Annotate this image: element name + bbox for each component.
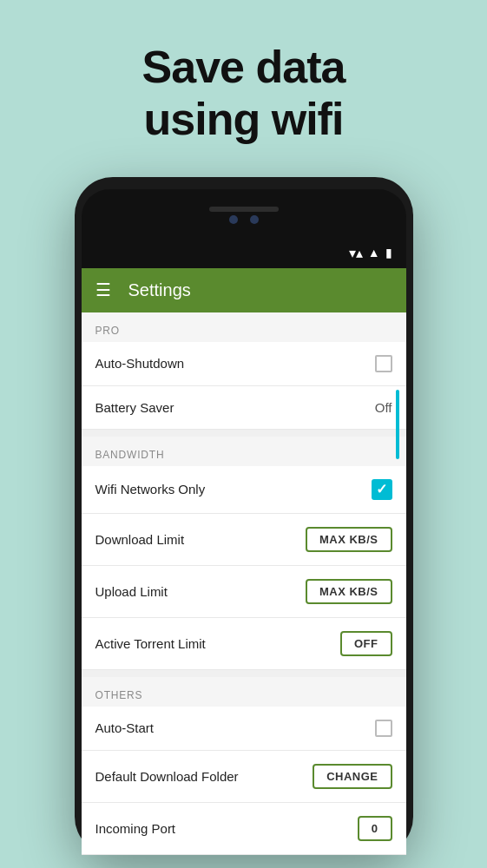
hamburger-icon[interactable]: ☰	[95, 281, 111, 299]
active-torrent-button[interactable]: OFF	[340, 631, 392, 656]
checkbox-auto-shutdown[interactable]	[375, 355, 392, 372]
upload-limit-button[interactable]: MAX KB/S	[306, 579, 392, 604]
setting-label-wifi-only: Wifi Networks Only	[95, 482, 206, 496]
divider-bandwidth-others	[82, 670, 406, 677]
wifi-icon: ▾▴	[349, 245, 363, 261]
setting-row-active-torrent[interactable]: Active Torrent Limit OFF	[82, 618, 406, 670]
status-icons: ▾▴ ▲ ▮	[349, 245, 392, 261]
setting-label-active-torrent: Active Torrent Limit	[95, 636, 206, 651]
setting-row-auto-shutdown[interactable]: Auto-Shutdown	[82, 342, 406, 386]
download-folder-button[interactable]: CHANGE	[313, 764, 392, 789]
setting-label-download-limit: Download Limit	[95, 532, 185, 547]
phone-top-bar	[82, 189, 406, 241]
battery-icon: ▮	[385, 246, 392, 260]
headline: Save datausing wifi	[108, 0, 380, 177]
section-header-bandwidth: BANDWIDTH	[82, 437, 406, 466]
setting-row-download-limit[interactable]: Download Limit MAX KB/S	[82, 514, 406, 566]
camera-dot-left	[229, 215, 238, 224]
section-header-others: OTHERS	[82, 677, 406, 707]
status-bar: ▾▴ ▲ ▮	[82, 241, 406, 268]
toolbar: ☰ Settings	[82, 268, 406, 312]
setting-label-incoming-port: Incoming Port	[95, 821, 176, 836]
setting-label-auto-shutdown: Auto-Shutdown	[95, 356, 185, 371]
checkbox-wifi-only[interactable]: ✓	[372, 479, 392, 500]
setting-label-upload-limit: Upload Limit	[95, 584, 168, 599]
phone-screen: ☰ Settings PRO Auto-Shutdown Battery Sav…	[82, 268, 406, 855]
setting-value-battery-saver: Off	[375, 400, 392, 415]
settings-list: PRO Auto-Shutdown Battery Saver Off BAND…	[82, 312, 406, 855]
speaker-bar	[209, 207, 279, 212]
setting-label-auto-start: Auto-Start	[95, 720, 155, 735]
setting-row-incoming-port[interactable]: Incoming Port 0	[82, 803, 406, 855]
setting-row-battery-saver[interactable]: Battery Saver Off	[82, 386, 406, 430]
signal-icon: ▲	[368, 246, 380, 260]
divider-pro-bandwidth	[82, 430, 406, 437]
setting-row-wifi-only[interactable]: Wifi Networks Only ✓	[82, 466, 406, 514]
setting-row-download-folder[interactable]: Default Download Folder CHANGE	[82, 751, 406, 803]
toolbar-title: Settings	[128, 280, 191, 300]
phone-wrapper: ▾▴ ▲ ▮ ☰ Settings PRO Auto-Shutdown Batt…	[75, 177, 413, 855]
scrollbar-indicator	[396, 390, 399, 459]
section-header-pro: PRO	[82, 312, 406, 342]
setting-label-download-folder: Default Download Folder	[95, 769, 239, 784]
setting-row-upload-limit[interactable]: Upload Limit MAX KB/S	[82, 566, 406, 618]
camera-dots	[229, 215, 259, 224]
setting-row-auto-start[interactable]: Auto-Start	[82, 707, 406, 751]
camera-dot-right	[250, 215, 259, 224]
incoming-port-button[interactable]: 0	[358, 816, 392, 841]
checkbox-auto-start[interactable]	[375, 720, 392, 737]
download-limit-button[interactable]: MAX KB/S	[306, 527, 392, 552]
setting-label-battery-saver: Battery Saver	[95, 400, 174, 415]
